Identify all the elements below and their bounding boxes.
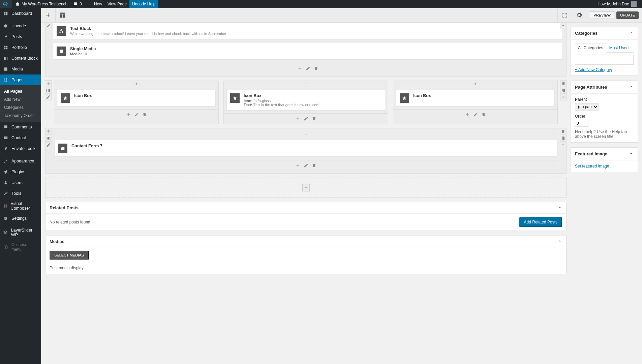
column-delete-button[interactable] — [311, 162, 317, 169]
column-edit-button[interactable] — [472, 112, 479, 118]
layout-templates-button[interactable] — [56, 8, 70, 23]
add-element-button[interactable] — [41, 8, 56, 23]
menu-appearance[interactable]: Appearance — [0, 156, 41, 166]
menu-settings[interactable]: Settings — [0, 213, 41, 224]
select-medias-button[interactable]: SELECT MEDIAS — [50, 251, 89, 260]
categories-panel: Categories All Categories Most Used + Ad… — [571, 27, 638, 76]
row-edit-button[interactable] — [45, 22, 52, 29]
panel-toggle[interactable]: Featured Image — [571, 148, 638, 160]
right-rail: Categories All Categories Most Used + Ad… — [571, 23, 642, 285]
comment-count: 0 — [80, 2, 82, 6]
preview-button[interactable]: PREVIEW — [590, 11, 614, 19]
column-delete-button[interactable] — [311, 116, 317, 122]
add-new-category-link[interactable]: + Add New Category — [575, 67, 612, 72]
set-featured-image-link[interactable]: Set featured image — [575, 164, 609, 169]
menu-plugins[interactable]: Plugins — [0, 166, 41, 177]
column-edit-button[interactable] — [133, 112, 140, 118]
uncode-help-link[interactable]: Uncode Help — [129, 0, 158, 8]
column-edit-button[interactable] — [303, 162, 309, 169]
column-add-button[interactable] — [295, 116, 301, 122]
menu-comments[interactable]: Comments — [0, 122, 41, 132]
site-link[interactable]: My WordPress Testbench — [12, 0, 70, 8]
comments-link[interactable]: 0 — [70, 0, 85, 8]
row-delete-button[interactable] — [560, 128, 567, 135]
column-add-button[interactable] — [295, 162, 301, 169]
collapse-menu-button[interactable]: Collapse menu — [0, 240, 41, 254]
menu-dashboard[interactable]: Dashboard — [0, 8, 41, 19]
menu-visual-composer[interactable]: Visual Composer — [0, 199, 41, 213]
dashboard-icon — [3, 10, 9, 17]
column-delete-button[interactable] — [481, 112, 487, 118]
user-account-link[interactable]: Howdy, John Doe — [595, 0, 639, 8]
row-collapse-button[interactable] — [560, 22, 567, 29]
tab-all-categories[interactable]: All Categories — [575, 43, 606, 53]
settings-button[interactable] — [572, 8, 586, 23]
menu-posts[interactable]: Posts — [0, 31, 41, 42]
view-page-link[interactable]: View Page — [105, 0, 129, 8]
column-add-button[interactable] — [125, 112, 131, 118]
panel-toggle[interactable]: Categories — [571, 27, 638, 40]
submenu-all-pages[interactable]: All Pages — [0, 87, 41, 95]
menu-pages[interactable]: Pages — [0, 74, 41, 85]
metabox-toggle[interactable]: Related Posts — [45, 202, 566, 214]
column-edit-button[interactable] — [303, 116, 309, 122]
column-prepend-button[interactable] — [393, 81, 557, 87]
add-related-posts-button[interactable]: Add Related Posts — [519, 217, 562, 227]
add-row-button[interactable] — [302, 184, 310, 191]
column-add-button[interactable] — [464, 112, 470, 118]
row-clone-button[interactable] — [560, 135, 567, 142]
text-block-element[interactable]: A Text Block We're working on a new prod… — [53, 23, 563, 39]
menu-tools[interactable]: Tools — [0, 188, 41, 199]
pages-icon — [3, 77, 9, 83]
row-move-button[interactable] — [45, 128, 52, 135]
panel-title: Featured Image — [575, 151, 607, 156]
submenu-categories[interactable]: Categories — [0, 103, 41, 112]
tab-most-used[interactable]: Most Used — [606, 43, 632, 52]
row-collapse-button[interactable] — [560, 94, 567, 100]
menu-contact[interactable]: Contact — [0, 132, 41, 143]
row-columns-button[interactable] — [45, 87, 52, 94]
new-content-link[interactable]: New — [85, 0, 105, 8]
column-delete-button[interactable] — [142, 112, 148, 118]
column-edit-button[interactable] — [305, 65, 311, 71]
row-delete-button[interactable] — [560, 80, 567, 87]
menu-content-block[interactable]: Content Block — [0, 53, 41, 64]
row-collapse-button[interactable] — [560, 142, 567, 148]
menu-users[interactable]: Users — [0, 177, 41, 188]
column-prepend-button[interactable] — [224, 81, 388, 87]
settings-icon — [3, 215, 9, 221]
update-button[interactable]: UPDATE — [616, 11, 639, 19]
icon-box-element[interactable]: Icon Box — [396, 90, 555, 107]
icon-box-element[interactable]: Icon Box Icon: fa fa-glass Text: This is… — [226, 90, 385, 111]
row-columns-button[interactable] — [45, 135, 52, 142]
menu-media[interactable]: Media — [0, 64, 41, 74]
row-move-button[interactable] — [45, 80, 52, 87]
menu-envato[interactable]: Envato Toolkit — [0, 143, 41, 154]
fullscreen-button[interactable] — [557, 8, 572, 23]
panel-toggle[interactable]: Page Attributes — [571, 81, 638, 94]
single-media-element[interactable]: Single Media Media: 10 — [53, 43, 563, 60]
menu-layerslider[interactable]: LayerSlider WP — [0, 225, 41, 240]
wp-logo-button[interactable] — [0, 0, 12, 8]
submenu-add-new[interactable]: Add New — [0, 95, 41, 103]
row-edit-button[interactable] — [45, 94, 52, 100]
metabox-toggle[interactable]: Medias — [45, 236, 566, 247]
icon-box-element[interactable]: Icon Box — [57, 90, 216, 107]
parent-select[interactable]: (no parent) — [575, 103, 599, 111]
order-input[interactable] — [575, 120, 588, 127]
column-prepend-button[interactable] — [54, 131, 557, 137]
column-prepend-button[interactable] — [54, 81, 218, 87]
menu-portfolio[interactable]: Portfolio — [0, 42, 41, 53]
related-empty-text: No related posts found. — [50, 220, 91, 224]
column-delete-button[interactable] — [313, 65, 319, 71]
row-edit-button[interactable] — [45, 142, 52, 148]
column-add-button[interactable] — [297, 65, 303, 71]
svg-point-9 — [5, 219, 6, 220]
chevron-up-icon — [557, 239, 562, 244]
menu-uncode[interactable]: Uncode — [0, 21, 41, 31]
help-text: Need help? Use the Help tab above the sc… — [575, 129, 634, 139]
plugin-icon — [3, 169, 9, 175]
row-clone-button[interactable] — [560, 87, 567, 94]
contact-form-element[interactable]: Contact Form 7 — [54, 140, 557, 157]
submenu-taxonomy-order[interactable]: Taxonomy Order — [0, 112, 41, 120]
